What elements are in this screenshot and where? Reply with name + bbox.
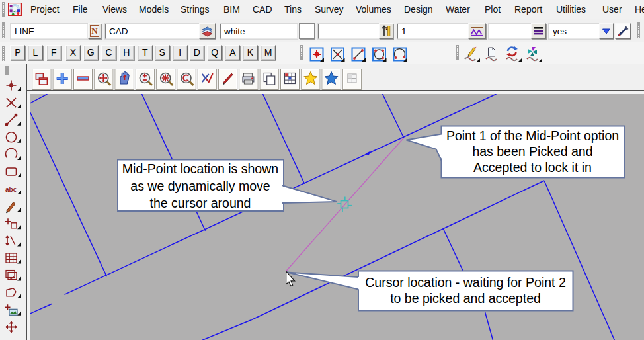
svg-text:abc: abc [5, 186, 17, 193]
